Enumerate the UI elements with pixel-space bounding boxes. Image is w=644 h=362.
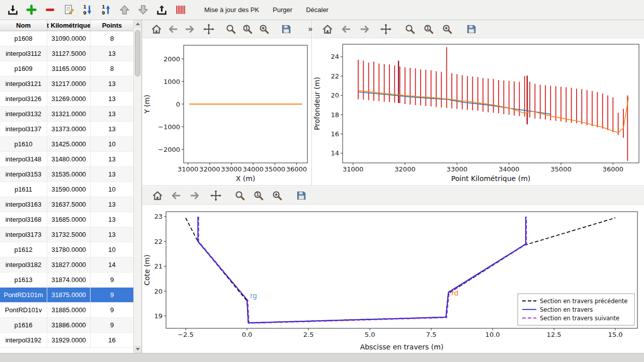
scroll-up-icon[interactable]	[134, 20, 141, 28]
back-icon[interactable]	[339, 22, 353, 36]
column-header-points[interactable]: Points	[91, 20, 134, 31]
menu-decaler[interactable]: Décaler	[301, 3, 334, 17]
table-row[interactable]: p161231780.000010	[0, 242, 134, 257]
table-row[interactable]: interpol316831685.000013	[0, 212, 134, 227]
column-header-nom[interactable]: Nom	[0, 20, 47, 31]
table-row[interactable]: p160831090.00008	[0, 31, 134, 46]
sort-ascending-icon[interactable]: 19	[98, 3, 113, 18]
cell-points: 13	[91, 92, 134, 106]
plan-view-panel: 1» 310003200033000340003500036000−2000−1…	[142, 20, 312, 186]
cell-point-kilometrique: 31886.0000	[47, 318, 91, 332]
svg-text:Section en travers précédente: Section en travers précédente	[540, 298, 627, 305]
table-row[interactable]: interpol317331732.500013	[0, 227, 134, 242]
forward-icon[interactable]	[358, 22, 372, 36]
edit-icon[interactable]	[61, 3, 76, 18]
zoom-plus-icon[interactable]	[270, 189, 284, 203]
table-row[interactable]: p161331874.00009	[0, 273, 134, 288]
add-section-icon[interactable]	[24, 3, 39, 18]
save-icon[interactable]	[464, 22, 478, 36]
cell-nom: interpol3137	[0, 122, 47, 136]
table-body: p160831090.00008interpol311231127.500013…	[0, 31, 134, 353]
scroll-down-icon[interactable]	[134, 345, 141, 353]
cell-points: 10	[91, 137, 134, 151]
zoom-one-icon[interactable]: 1	[242, 22, 254, 36]
zoom-one-icon[interactable]: 1	[252, 189, 266, 203]
scrollbar-thumb[interactable]	[135, 30, 140, 76]
save-icon[interactable]	[280, 22, 292, 36]
cell-nom: p1608	[0, 31, 47, 46]
import-icon[interactable]	[5, 3, 20, 18]
back-icon[interactable]	[167, 22, 179, 36]
pan-icon[interactable]	[379, 22, 393, 36]
forward-icon[interactable]	[184, 22, 196, 36]
pan-icon[interactable]	[203, 22, 215, 36]
table-row[interactable]: PontRD101v31885.00009	[0, 303, 134, 318]
cell-points: 13	[91, 197, 134, 212]
svg-text:22: 22	[331, 72, 339, 80]
table-scrollbar[interactable]	[133, 20, 141, 353]
table-row[interactable]: interpol316331637.500013	[0, 197, 134, 212]
forward-icon[interactable]	[188, 189, 202, 203]
home-icon[interactable]	[320, 22, 335, 36]
cell-points: 8	[91, 61, 134, 76]
table-row[interactable]: interpol319231929.000016	[0, 333, 134, 348]
table-row[interactable]: p160931165.00008	[0, 61, 134, 76]
cell-points: 14	[91, 257, 134, 272]
home-icon[interactable]	[150, 189, 165, 203]
cell-points: 9	[91, 273, 134, 287]
cell-points: 9	[91, 303, 134, 317]
svg-text:0: 0	[176, 101, 180, 108]
zoom-one-icon[interactable]: 1	[422, 22, 436, 36]
cell-point-kilometrique: 31165.0000	[47, 61, 91, 76]
svg-text:12.5: 12.5	[547, 331, 561, 338]
zoom-icon[interactable]	[233, 189, 247, 203]
table-row[interactable]: p161031425.000010	[0, 137, 134, 152]
zoom-icon[interactable]	[225, 22, 237, 36]
svg-text:10.0: 10.0	[486, 331, 500, 338]
sections-hatch-icon[interactable]	[173, 3, 188, 18]
table-row[interactable]: interpol318231827.000014	[0, 257, 134, 273]
move-up-icon[interactable]	[117, 3, 132, 18]
table-row[interactable]: interpol314831480.000013	[0, 152, 134, 167]
export-icon[interactable]	[154, 3, 169, 18]
table-row[interactable]: interpol312131217.000013	[0, 76, 134, 92]
menu-purger[interactable]: Purger	[268, 3, 297, 17]
zoom-icon[interactable]	[403, 22, 417, 36]
charts-area: 1» 310003200033000340003500036000−2000−1…	[142, 20, 644, 353]
svg-text:7.5: 7.5	[426, 331, 437, 338]
table-row[interactable]: interpol313231321.000013	[0, 107, 134, 122]
svg-text:33000: 33000	[447, 165, 467, 173]
move-down-icon[interactable]	[135, 3, 150, 18]
cell-points: 13	[91, 227, 134, 242]
svg-text:34000: 34000	[243, 165, 263, 173]
cell-point-kilometrique: 31827.0000	[47, 257, 91, 272]
table-row[interactable]: PontRD101m31875.00009	[0, 288, 134, 303]
sort-descending-icon[interactable]: 19	[79, 3, 95, 18]
svg-text:19: 19	[154, 312, 163, 320]
figure-toolbar: 1»	[142, 20, 311, 38]
table-row[interactable]: interpol312631269.000013	[0, 92, 134, 107]
column-header-point-kilometrique[interactable]: t Kilométrique	[47, 20, 91, 31]
pan-icon[interactable]	[209, 189, 223, 203]
menu-mise-a-jour-pk[interactable]: Mise à jour des PK	[199, 3, 264, 17]
zoom-plus-icon[interactable]	[258, 22, 270, 36]
table-row[interactable]: interpol315331535.000013	[0, 167, 134, 182]
save-icon[interactable]	[294, 189, 308, 203]
cross-section-chart: −2.50.02.55.07.510.012.515.01920212223rg…	[142, 205, 643, 353]
svg-text:2000: 2000	[164, 55, 180, 63]
svg-text:−2000: −2000	[158, 146, 180, 153]
longitudinal-profile-panel: 1 31000320003300034000350003600014161820…	[312, 20, 644, 186]
back-icon[interactable]	[169, 189, 183, 203]
svg-text:Abscisse en travers (m): Abscisse en travers (m)	[360, 343, 444, 351]
figure-toolbar: 1	[312, 20, 644, 38]
table-row[interactable]: interpol313731373.000013	[0, 122, 134, 137]
table-row[interactable]: p161131590.000010	[0, 182, 134, 197]
table-row[interactable]: interpol311231127.500013	[0, 46, 134, 61]
zoom-plus-icon[interactable]	[440, 22, 454, 36]
delete-section-icon[interactable]	[42, 3, 57, 18]
table-row[interactable]: p161631886.00009	[0, 318, 134, 333]
home-icon[interactable]	[150, 22, 163, 36]
svg-text:14: 14	[331, 149, 339, 157]
cell-point-kilometrique: 31929.0000	[47, 333, 91, 347]
cell-nom: interpol3182	[0, 257, 47, 272]
